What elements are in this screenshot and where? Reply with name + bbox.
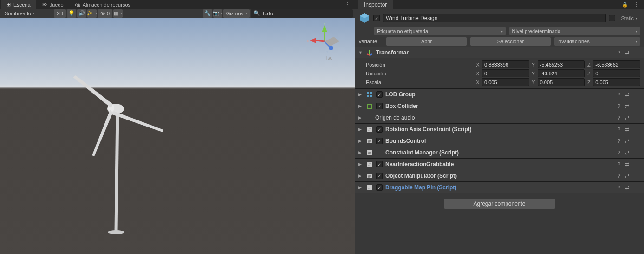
menu-icon[interactable]: ⋮ <box>634 138 640 144</box>
foldout-icon[interactable]: ▶ <box>358 139 363 143</box>
menu-icon[interactable]: ⋮ <box>634 150 640 156</box>
orientation-gizmo[interactable]: x y z <box>306 23 343 60</box>
help-icon[interactable]: ? <box>618 92 620 98</box>
tab-menu-icon[interactable]: ⋮ <box>633 2 639 8</box>
draggable-map-pin-header[interactable]: ▶ # Draggable Map Pin (Script) ?⇄⋮ <box>355 182 644 193</box>
menu-icon[interactable]: ⋮ <box>634 173 640 179</box>
menu-icon[interactable]: ⋮ <box>634 103 640 109</box>
tag-dropdown[interactable]: Etiqueta no etiquetada <box>374 27 506 35</box>
grid-dropdown[interactable]: ▦ <box>113 9 123 18</box>
enable-checkbox[interactable] <box>376 126 383 133</box>
tab-assets[interactable]: 🛍 Almacén de recursos <box>69 0 136 9</box>
transform-header[interactable]: ▼ Transformar ? ⇄ ⋮ <box>355 47 644 58</box>
active-checkbox[interactable] <box>373 15 380 21</box>
menu-icon[interactable]: ⋮ <box>634 185 640 191</box>
scene-viewport[interactable]: x y z Iso <box>0 18 355 254</box>
overrides-dropdown[interactable]: Invalidaciones <box>554 37 640 46</box>
projection-label[interactable]: Iso <box>326 55 332 60</box>
lock-icon[interactable]: 🔒 <box>622 2 628 8</box>
preset-icon[interactable]: ⇄ <box>625 115 629 121</box>
foldout-icon[interactable]: ▶ <box>358 150 363 155</box>
audio-source-header[interactable]: ▶ Origen de audio ?⇄⋮ <box>355 112 644 123</box>
foldout-icon[interactable]: ▶ <box>358 92 363 97</box>
preset-icon[interactable]: ⇄ <box>625 185 629 191</box>
rotation-axis-header[interactable]: ▶ # Rotation Axis Constraint (Script) ?⇄… <box>355 124 644 135</box>
object-manipulator-header[interactable]: ▶ # Object Manipulator (Script) ?⇄⋮ <box>355 170 644 181</box>
help-icon[interactable]: ? <box>618 173 620 179</box>
preset-icon[interactable]: ⇄ <box>625 103 629 109</box>
static-checkbox[interactable] <box>609 15 615 21</box>
foldout-icon[interactable]: ▶ <box>358 127 363 132</box>
help-icon[interactable]: ? <box>618 103 620 109</box>
enable-checkbox[interactable] <box>376 103 383 109</box>
menu-icon[interactable]: ⋮ <box>634 127 640 133</box>
foldout-icon[interactable]: ▼ <box>358 50 363 55</box>
enable-checkbox[interactable] <box>376 138 383 144</box>
search-field[interactable]: 🔍 Todo <box>251 9 353 18</box>
fx-dropdown[interactable]: ✨ <box>87 9 97 18</box>
foldout-icon[interactable]: ▶ <box>358 115 363 120</box>
2d-toggle[interactable]: 2D <box>54 9 66 18</box>
rot-z[interactable]: 0 <box>593 69 640 77</box>
audio-icon[interactable]: 🔊 <box>77 9 86 18</box>
gizmos-dropdown[interactable]: Gizmos <box>223 9 250 18</box>
object-name-field[interactable]: Wind Turbine Design <box>383 14 606 22</box>
foldout-icon[interactable]: ▶ <box>358 185 363 190</box>
tab-inspector[interactable]: Inspector <box>358 0 393 9</box>
layer-dropdown[interactable]: Nivel predeterminado <box>509 27 641 35</box>
pos-y[interactable]: -5.465253 <box>538 60 585 68</box>
help-icon[interactable]: ? <box>618 150 620 156</box>
near-interaction-header[interactable]: ▶ # NearInteractionGrabbable ?⇄⋮ <box>355 159 644 170</box>
scl-z[interactable]: 0.005 <box>593 78 640 86</box>
menu-icon[interactable]: ⋮ <box>634 92 640 98</box>
tab-scene[interactable]: ⊞ Escena <box>1 0 36 9</box>
help-icon[interactable]: ? <box>618 185 620 191</box>
preset-icon[interactable]: ⇄ <box>625 50 629 56</box>
camera-dropdown[interactable]: 📷 <box>213 9 222 18</box>
help-icon[interactable]: ? <box>618 115 620 121</box>
scl-x[interactable]: 0.005 <box>482 78 529 86</box>
wind-turbine-model[interactable] <box>63 48 179 234</box>
static-dropdown[interactable]: Static <box>618 14 640 22</box>
enable-checkbox[interactable] <box>376 161 383 167</box>
preset-icon[interactable]: ⇄ <box>625 150 629 156</box>
menu-icon[interactable]: ⋮ <box>634 161 640 167</box>
help-icon[interactable]: ? <box>618 127 620 133</box>
shading-dropdown[interactable]: Sombreado <box>2 9 53 18</box>
pos-x[interactable]: 0.8833396 <box>482 60 529 68</box>
bounds-control-header[interactable]: ▶ # BoundsControl ?⇄⋮ <box>355 135 644 147</box>
preset-icon[interactable]: ⇄ <box>625 92 629 98</box>
preset-icon[interactable]: ⇄ <box>625 161 629 167</box>
menu-icon[interactable]: ⋮ <box>634 115 640 121</box>
scl-y[interactable]: 0.005 <box>538 78 585 86</box>
foldout-icon[interactable]: ▶ <box>358 162 363 167</box>
constraint-manager-header[interactable]: ▶ # Constraint Manager (Script) ?⇄⋮ <box>355 147 644 158</box>
tab-label: Almacén de recursos <box>83 2 130 7</box>
box-collider-header[interactable]: ▶ Box Collider ?⇄⋮ <box>355 100 644 112</box>
enable-checkbox[interactable] <box>376 184 383 191</box>
help-icon[interactable]: ? <box>618 161 620 167</box>
tool-icon[interactable]: 🔧 <box>203 9 212 18</box>
open-button[interactable]: Abrir <box>386 37 467 46</box>
menu-icon[interactable]: ⋮ <box>634 50 640 56</box>
hidden-count[interactable]: 👁 0 <box>98 9 112 18</box>
select-button[interactable]: Seleccionar <box>470 37 551 46</box>
rot-x[interactable]: 0 <box>482 69 529 77</box>
light-icon[interactable]: 💡 <box>67 9 76 18</box>
preset-icon[interactable]: ⇄ <box>625 173 629 179</box>
add-component-button[interactable]: Agregar componente <box>444 199 555 209</box>
tab-game[interactable]: 👁 Juego <box>36 0 69 9</box>
foldout-icon[interactable]: ▶ <box>358 174 363 178</box>
enable-checkbox[interactable] <box>376 91 383 98</box>
foldout-icon[interactable]: ▶ <box>358 104 363 108</box>
prefab-icon[interactable] <box>358 12 371 24</box>
rot-y[interactable]: -40.924 <box>538 69 585 77</box>
lod-header[interactable]: ▶ LOD Group ?⇄⋮ <box>355 89 644 100</box>
preset-icon[interactable]: ⇄ <box>625 138 629 144</box>
enable-checkbox[interactable] <box>376 173 383 179</box>
tab-menu-icon[interactable]: ⋮ <box>345 2 355 7</box>
help-icon[interactable]: ? <box>618 50 620 56</box>
preset-icon[interactable]: ⇄ <box>625 127 629 133</box>
help-icon[interactable]: ? <box>618 138 620 144</box>
pos-z[interactable]: -6.583662 <box>593 60 640 68</box>
